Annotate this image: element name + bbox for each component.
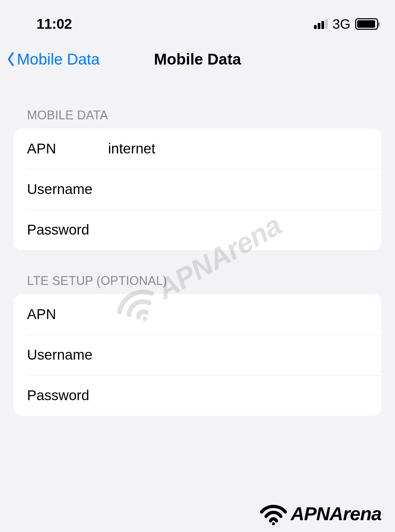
nav-header: Mobile Data Mobile Data xyxy=(0,41,395,78)
row-label: APN xyxy=(27,306,108,322)
row-lte-apn[interactable]: APN xyxy=(14,294,381,335)
back-label: Mobile Data xyxy=(17,50,100,68)
row-lte-password[interactable]: Password xyxy=(14,375,381,416)
row-label: APN xyxy=(27,141,108,157)
lte-apn-input[interactable] xyxy=(108,306,368,322)
username-input[interactable] xyxy=(108,181,368,197)
battery-icon xyxy=(355,18,378,30)
section-body: APN Username Password xyxy=(14,128,381,250)
lte-password-input[interactable] xyxy=(108,387,368,404)
watermark-text: APNArena xyxy=(291,503,381,525)
lte-username-input[interactable] xyxy=(108,347,368,363)
section-lte-setup: LTE SETUP (OPTIONAL) APN Username Passwo… xyxy=(0,274,395,416)
wifi-icon xyxy=(258,502,289,525)
section-header: LTE SETUP (OPTIONAL) xyxy=(27,274,381,288)
section-header: MOBILE DATA xyxy=(27,108,381,122)
watermark-bottom: APNArena xyxy=(258,502,381,525)
password-input[interactable] xyxy=(108,222,368,238)
back-button[interactable]: Mobile Data xyxy=(7,50,100,68)
section-mobile-data: MOBILE DATA APN Username Password xyxy=(0,108,395,250)
network-type-label: 3G xyxy=(333,17,350,32)
status-time: 11:02 xyxy=(36,16,72,32)
chevron-left-icon xyxy=(7,52,15,67)
row-apn[interactable]: APN xyxy=(14,128,381,169)
row-lte-username[interactable]: Username xyxy=(14,335,381,375)
row-label: Password xyxy=(27,222,108,238)
status-bar: 11:02 3G xyxy=(0,0,395,34)
row-label: Username xyxy=(27,347,108,363)
section-body: APN Username Password xyxy=(14,294,381,416)
svg-point-1 xyxy=(272,522,275,525)
row-username[interactable]: Username xyxy=(14,169,381,210)
row-label: Username xyxy=(27,181,108,197)
row-label: Password xyxy=(27,387,108,404)
signal-icon xyxy=(314,19,328,29)
page-title: Mobile Data xyxy=(154,50,241,68)
apn-input[interactable] xyxy=(108,141,368,157)
row-password[interactable]: Password xyxy=(14,210,381,250)
status-right: 3G xyxy=(314,17,378,32)
